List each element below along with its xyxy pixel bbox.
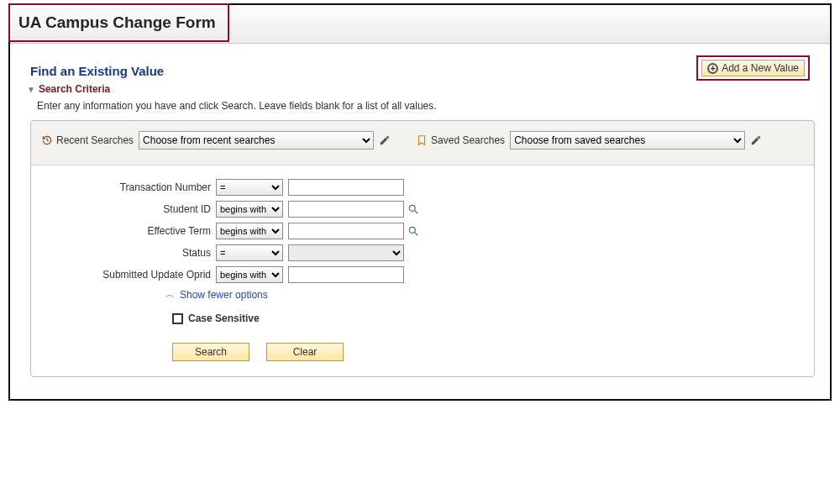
search-criteria-label: Search Criteria	[39, 83, 110, 95]
show-fewer-options-link[interactable]: ︿ Show fewer options	[165, 288, 806, 301]
label-submitted-oprid: Submitted Update Oprid	[39, 269, 216, 281]
saved-searches-label: Saved Searches	[416, 134, 505, 146]
op-submitted-oprid[interactable]: begins with	[216, 266, 283, 283]
row-transaction-number: Transaction Number =	[39, 179, 806, 196]
title-bar: UA Campus Change Form	[10, 5, 830, 44]
recent-searches-label: Recent Searches	[41, 134, 134, 146]
op-status[interactable]: =	[216, 244, 283, 261]
search-panel: Recent Searches Choose from recent searc…	[30, 120, 815, 377]
add-new-value-label: Add a New Value	[722, 62, 799, 74]
chevron-up-icon: ︿	[165, 288, 175, 301]
row-effective-term: Effective Term begins with	[39, 223, 806, 239]
show-fewer-text: Show fewer options	[180, 289, 268, 301]
triangle-down-icon: ▼	[27, 85, 35, 94]
svg-line-1	[415, 211, 418, 214]
op-transaction-number[interactable]: =	[216, 179, 283, 196]
lookup-student-id-icon[interactable]	[407, 203, 419, 215]
edit-saved-icon[interactable]	[750, 134, 762, 146]
recent-searches-text: Recent Searches	[56, 134, 134, 146]
svg-point-2	[409, 227, 415, 233]
row-student-id: Student ID begins with	[39, 201, 806, 218]
page-title: UA Campus Change Form	[8, 3, 229, 42]
edit-recent-icon[interactable]	[379, 134, 391, 146]
bookmark-icon	[416, 134, 428, 146]
input-student-id[interactable]	[288, 201, 404, 218]
case-sensitive-row: Case Sensitive	[172, 312, 806, 324]
add-new-value-button[interactable]: + Add a New Value	[701, 60, 805, 76]
search-criteria-toggle[interactable]: ▼ Search Criteria	[27, 83, 815, 95]
label-effective-term: Effective Term	[39, 225, 216, 237]
history-icon	[41, 134, 53, 146]
op-student-id[interactable]: begins with	[216, 201, 283, 218]
case-sensitive-checkbox[interactable]	[172, 313, 183, 324]
instructions-text: Enter any information you have and click…	[37, 100, 815, 112]
input-submitted-oprid[interactable]	[288, 266, 404, 283]
row-submitted-oprid: Submitted Update Oprid begins with	[39, 266, 806, 283]
saved-searches-select[interactable]: Choose from saved searches	[510, 131, 745, 150]
case-sensitive-label: Case Sensitive	[188, 312, 260, 324]
op-effective-term[interactable]: begins with	[216, 223, 283, 239]
button-row: Search Clear	[172, 343, 806, 361]
plus-circle-icon: +	[707, 63, 718, 74]
window-frame: UA Campus Change Form + Add a New Value …	[8, 3, 832, 401]
search-button[interactable]: Search	[172, 343, 249, 361]
add-new-value-highlight: + Add a New Value	[696, 55, 810, 81]
saved-searches-text: Saved Searches	[431, 134, 505, 146]
svg-line-3	[415, 233, 418, 236]
input-transaction-number[interactable]	[288, 179, 404, 196]
content-area: + Add a New Value Find an Existing Value…	[10, 44, 830, 399]
label-status: Status	[39, 247, 216, 259]
svg-point-0	[409, 205, 415, 211]
lookup-effective-term-icon[interactable]	[407, 225, 419, 237]
recent-searches-select[interactable]: Choose from recent searches	[139, 131, 374, 150]
select-status[interactable]	[288, 244, 404, 261]
label-transaction-number: Transaction Number	[39, 181, 216, 193]
input-effective-term[interactable]	[288, 223, 404, 239]
row-status: Status =	[39, 244, 806, 261]
label-student-id: Student ID	[39, 203, 216, 215]
criteria-fields: Transaction Number = Student ID begins w…	[31, 165, 814, 376]
saved-recent-row: Recent Searches Choose from recent searc…	[39, 128, 806, 165]
clear-button[interactable]: Clear	[266, 343, 344, 361]
